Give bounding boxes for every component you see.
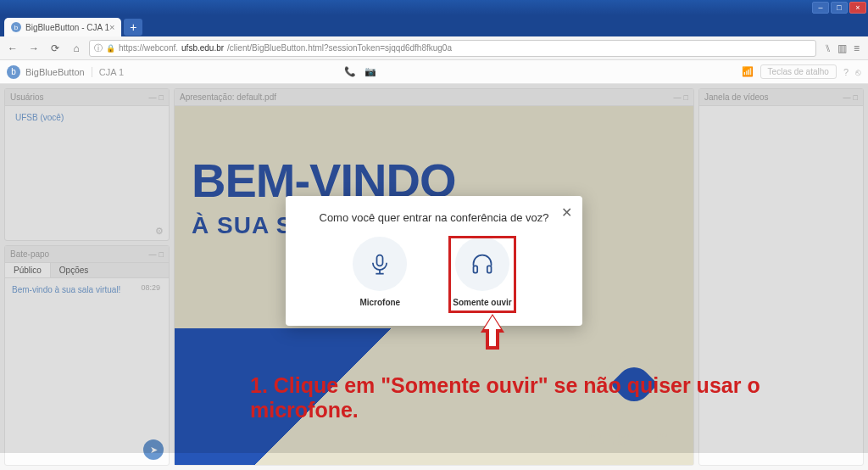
url-domain: ufsb.edu.br	[181, 43, 224, 53]
menu-icon[interactable]: ≡	[854, 42, 860, 54]
listen-only-label: Somente ouvir	[453, 298, 511, 307]
room-name: CJA 1	[92, 67, 124, 77]
close-window-button[interactable]: ×	[849, 2, 866, 14]
headphones-icon	[470, 252, 494, 276]
back-button[interactable]: ←	[4, 40, 21, 57]
audio-modal: ✕ Como você quer entrar na conferência d…	[286, 196, 582, 326]
info-icon: ⓘ	[94, 42, 103, 54]
svg-rect-0	[377, 255, 383, 266]
favicon-icon: b	[11, 22, 21, 32]
browser-tab-bar: b BigBlueButton - CJA 1 × +	[0, 15, 868, 36]
forward-button[interactable]: →	[25, 40, 42, 57]
phone-icon[interactable]: 📞	[344, 66, 356, 77]
reload-button[interactable]: ⟳	[47, 40, 64, 57]
app-header: b BigBlueButton CJA 1 📞 📷 📶 Teclas de at…	[0, 60, 868, 84]
browser-nav-bar: ← → ⟳ ⌂ ⓘ 🔒 https://webconf.ufsb.edu.br/…	[0, 36, 868, 60]
instruction-arrow-stem	[486, 331, 499, 350]
listen-only-option[interactable]: Somente ouvir	[449, 237, 515, 312]
svg-rect-3	[474, 266, 478, 272]
window-title-bar: – □ ×	[0, 0, 868, 15]
help-icon[interactable]: ?	[843, 67, 849, 77]
shortcuts-button[interactable]: Teclas de atalho	[760, 64, 837, 79]
instruction-text: 1. Clique em "Somente ouvir" se não quis…	[250, 373, 868, 422]
app-brand: BigBlueButton	[25, 67, 85, 77]
browser-tab[interactable]: b BigBlueButton - CJA 1 ×	[4, 18, 121, 36]
url-prefix: https://webconf.	[119, 43, 178, 53]
home-button[interactable]: ⌂	[68, 40, 85, 57]
sidebar-icon[interactable]: ▥	[837, 42, 847, 54]
microphone-label: Microfone	[359, 298, 400, 307]
close-modal-button[interactable]: ✕	[561, 204, 572, 221]
new-tab-button[interactable]: +	[124, 19, 142, 36]
camera-icon[interactable]: 📷	[364, 66, 376, 77]
microphone-icon	[368, 252, 392, 276]
library-icon[interactable]: ⑊	[825, 42, 831, 54]
logout-icon[interactable]: ⎋	[855, 67, 861, 77]
tab-close-icon[interactable]: ×	[109, 22, 114, 32]
minimize-button[interactable]: –	[812, 2, 829, 14]
url-suffix: /client/BigBlueButton.html?sessionToken=…	[227, 43, 452, 53]
address-bar[interactable]: ⓘ 🔒 https://webconf.ufsb.edu.br/client/B…	[89, 40, 816, 57]
tab-title: BigBlueButton - CJA 1	[25, 23, 109, 32]
microphone-option[interactable]: Microfone	[353, 237, 407, 312]
lock-icon: 🔒	[106, 44, 115, 53]
maximize-button[interactable]: □	[831, 2, 848, 14]
svg-rect-4	[487, 266, 492, 272]
wifi-icon: 📶	[742, 66, 754, 77]
modal-title: Como você quer entrar na conferência de …	[303, 211, 565, 224]
app-logo-icon: b	[7, 65, 20, 79]
